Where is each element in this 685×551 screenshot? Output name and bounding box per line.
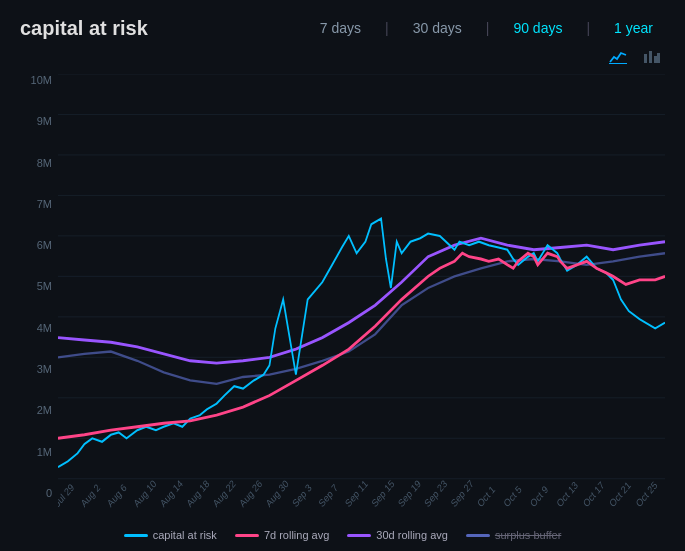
surplus-buffer-line (58, 253, 665, 384)
y-axis: 10M 9M 8M 7M 6M 5M 4M 3M 2M 1M 0 (20, 74, 58, 525)
legend-capital-at-risk-label: capital at risk (153, 529, 217, 541)
line-chart-button[interactable] (605, 48, 631, 70)
svg-text:Aug 22: Aug 22 (211, 477, 238, 509)
y-label-0: 0 (20, 487, 58, 499)
legend-7d-swatch (235, 534, 259, 537)
svg-text:Sep 3: Sep 3 (290, 482, 313, 510)
svg-rect-4 (657, 53, 660, 63)
svg-text:Aug 10: Aug 10 (131, 477, 158, 509)
header: capital at risk 7 days | 30 days | 90 da… (20, 16, 665, 40)
svg-text:Sep 11: Sep 11 (343, 477, 370, 509)
svg-text:Oct 25: Oct 25 (634, 479, 659, 509)
svg-text:Aug 26: Aug 26 (237, 477, 264, 509)
filter-30days[interactable]: 30 days (401, 16, 474, 40)
y-label-8m: 8M (20, 157, 58, 169)
legend-7d-label: 7d rolling avg (264, 529, 329, 541)
legend-surplus-label: surplus buffer (495, 529, 561, 541)
legend-capital-at-risk: capital at risk (124, 529, 217, 541)
svg-rect-0 (609, 63, 627, 64)
bar-chart-button[interactable] (639, 48, 665, 70)
chart-inner: Jul 29 Aug 2 Aug 6 Aug 10 Aug 14 Aug 18 … (58, 74, 665, 525)
svg-text:Aug 18: Aug 18 (184, 477, 211, 509)
filter-90days[interactable]: 90 days (501, 16, 574, 40)
7d-rolling-avg-line (58, 253, 665, 438)
y-label-3m: 3M (20, 363, 58, 375)
svg-text:Sep 27: Sep 27 (449, 477, 476, 509)
legend-capital-at-risk-swatch (124, 534, 148, 537)
chart-type-icons (20, 48, 665, 70)
legend-30d-label: 30d rolling avg (376, 529, 448, 541)
svg-text:Sep 7: Sep 7 (317, 482, 340, 510)
legend-30d-swatch (347, 534, 371, 537)
filter-1year[interactable]: 1 year (602, 16, 665, 40)
svg-text:Sep 23: Sep 23 (422, 477, 449, 509)
y-label-2m: 2M (20, 404, 58, 416)
svg-text:Oct 1: Oct 1 (475, 483, 497, 509)
main-chart-svg: Jul 29 Aug 2 Aug 6 Aug 10 Aug 14 Aug 18 … (58, 74, 665, 525)
legend-surplus-swatch (466, 534, 490, 537)
chart-legend: capital at risk 7d rolling avg 30d rolli… (20, 529, 665, 541)
y-label-1m: 1M (20, 446, 58, 458)
svg-text:Aug 30: Aug 30 (264, 477, 291, 509)
y-label-7m: 7M (20, 198, 58, 210)
svg-text:Aug 2: Aug 2 (79, 482, 102, 510)
svg-text:Aug 6: Aug 6 (105, 482, 128, 510)
y-label-10m: 10M (20, 74, 58, 86)
filter-7days[interactable]: 7 days (308, 16, 373, 40)
svg-text:Aug 14: Aug 14 (158, 477, 185, 509)
chart-area: 10M 9M 8M 7M 6M 5M 4M 3M 2M 1M 0 (20, 74, 665, 525)
legend-surplus-buffer: surplus buffer (466, 529, 561, 541)
svg-text:Oct 17: Oct 17 (581, 479, 606, 509)
svg-text:Oct 5: Oct 5 (502, 483, 524, 509)
legend-7d-rolling: 7d rolling avg (235, 529, 329, 541)
y-label-9m: 9M (20, 115, 58, 127)
y-label-4m: 4M (20, 322, 58, 334)
svg-text:Oct 13: Oct 13 (554, 479, 579, 509)
svg-text:Oct 9: Oct 9 (528, 483, 550, 509)
legend-30d-rolling: 30d rolling avg (347, 529, 448, 541)
svg-rect-3 (654, 56, 657, 63)
time-filter-group: 7 days | 30 days | 90 days | 1 year (308, 16, 665, 40)
svg-text:Oct 21: Oct 21 (607, 479, 632, 509)
svg-rect-2 (649, 51, 652, 63)
bar-chart-icon (643, 50, 661, 64)
svg-text:Sep 19: Sep 19 (396, 477, 423, 509)
line-chart-icon (609, 50, 627, 64)
dashboard-container: capital at risk 7 days | 30 days | 90 da… (0, 0, 685, 551)
y-label-5m: 5M (20, 280, 58, 292)
page-title: capital at risk (20, 17, 148, 40)
y-label-6m: 6M (20, 239, 58, 251)
svg-text:Jul 29: Jul 29 (58, 481, 76, 509)
svg-text:Sep 15: Sep 15 (369, 477, 396, 509)
svg-rect-1 (644, 54, 647, 63)
